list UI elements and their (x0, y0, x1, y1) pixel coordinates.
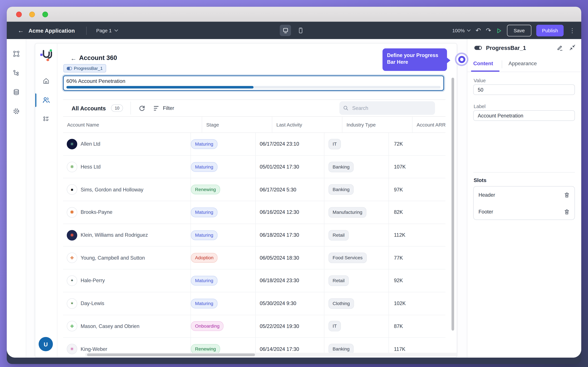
redo-icon[interactable]: ↷ (486, 27, 491, 34)
collapse-panel-icon[interactable] (569, 44, 576, 51)
account-arr: 77K (389, 247, 445, 269)
component-chip[interactable]: ProgressBar_1 (63, 64, 106, 73)
close-window-button[interactable] (16, 12, 22, 17)
last-activity: 06/16/2024 12:30 (255, 201, 324, 224)
page-back-icon[interactable]: ← (70, 55, 76, 62)
navbar-left-group: ← Acme Application Page 1 (7, 26, 118, 35)
table-row[interactable]: ✦Hale-Perry Maturing 06/18/2024 23:30 Re… (63, 269, 446, 292)
progressbar-icon (474, 46, 482, 50)
column-header-last-activity[interactable]: Last Activity (272, 117, 342, 133)
company-avatar: ✽ (67, 162, 77, 172)
progressbar-component[interactable]: 60% Account Penetration (63, 75, 444, 91)
search-input[interactable] (351, 105, 431, 111)
industry-badge: Food Services (329, 253, 367, 263)
home-icon[interactable] (42, 77, 50, 85)
filter-icon (154, 106, 160, 110)
account-arr: 102K (389, 292, 445, 315)
value-input[interactable] (473, 84, 575, 95)
page-selector-label: Page 1 (96, 28, 112, 33)
account-arr: 107K (389, 156, 445, 178)
tree-icon[interactable] (13, 69, 20, 76)
kebab-menu-icon[interactable]: ⋮ (569, 27, 576, 34)
undo-icon[interactable]: ↶ (476, 27, 481, 34)
column-header-account-name[interactable]: Account Name (63, 122, 202, 127)
minimize-window-button[interactable] (29, 12, 35, 17)
rename-icon[interactable] (556, 44, 563, 51)
delete-slot-icon[interactable] (564, 209, 570, 215)
last-activity: 06/18/2024 23:30 (255, 269, 324, 292)
users-icon[interactable] (42, 96, 50, 104)
table-row[interactable]: ◼Sims, Gordon and Holloway Renewing 06/1… (63, 178, 446, 201)
table-body: ✳Allen Ltd Maturing 06/17/2024 23:10 IT … (63, 133, 446, 356)
slot-item-footer[interactable]: Footer (474, 203, 574, 220)
company-avatar: ✤ (67, 321, 77, 332)
database-icon[interactable] (13, 89, 20, 96)
stage-badge: Maturing (191, 162, 217, 172)
maximize-window-button[interactable] (42, 12, 48, 17)
tab-appearance[interactable]: Appearance (508, 60, 537, 66)
company-avatar: ✤ (67, 253, 77, 263)
column-header-account-arr[interactable]: Account ARR (412, 117, 446, 133)
account-arr: 92K (389, 269, 445, 292)
publish-button[interactable]: Publish (536, 25, 564, 36)
accounts-table: All Accounts 10 Filter (63, 100, 446, 356)
canvas-area: U ← Account 360 ProgressBar_1 60% Accoun… (26, 39, 467, 358)
table-header-row: Account Name Stage Last Activity Industr… (63, 116, 446, 133)
mobile-preview-button[interactable] (295, 25, 306, 36)
table-row[interactable]: ✺Brooks-Payne Maturing 06/16/2024 12:30 … (63, 201, 446, 224)
search-box[interactable] (339, 101, 435, 115)
company-avatar: ✳ (67, 139, 77, 150)
industry-badge: Clothing (329, 298, 354, 309)
beacon-target[interactable] (455, 52, 468, 66)
save-button[interactable]: Save (507, 25, 531, 36)
desktop-preview-button[interactable] (280, 25, 291, 36)
column-header-stage[interactable]: Stage (202, 117, 272, 133)
tab-content[interactable]: Content (473, 60, 493, 66)
table-row[interactable]: ✳Allen Ltd Maturing 06/17/2024 23:10 IT … (63, 133, 446, 156)
app-window: ← Acme Application Page 1 100% (7, 7, 581, 364)
user-avatar[interactable]: U (39, 337, 53, 351)
industry-badge: Retail (329, 230, 349, 241)
zoom-control[interactable]: 100% (452, 28, 471, 33)
page-selector[interactable]: Page 1 (96, 28, 118, 33)
label-input[interactable] (473, 110, 575, 121)
account-name: Allen Ltd (81, 141, 100, 147)
app-logo (39, 49, 53, 61)
checklist-icon[interactable] (42, 116, 50, 123)
account-arr: 82K (389, 201, 445, 224)
panel-title: ProgressBar_1 (486, 45, 526, 51)
back-icon[interactable]: ← (18, 27, 24, 34)
filter-button[interactable]: Filter (154, 105, 174, 111)
vertical-scrollbar-thumb[interactable] (451, 78, 454, 331)
delete-slot-icon[interactable] (564, 192, 570, 198)
last-activity: 05/22/2024 19:30 (255, 315, 324, 337)
account-arr: 112K (389, 224, 445, 246)
frame-icon[interactable] (13, 50, 20, 57)
slot-item-header[interactable]: Header (474, 186, 574, 203)
industry-badge: Banking (329, 162, 354, 172)
horizontal-scrollbar-thumb[interactable] (87, 353, 255, 356)
beacon-dot-icon (458, 56, 465, 63)
account-arr: 97K (389, 178, 445, 201)
page-title: Account 360 (79, 54, 117, 62)
play-icon[interactable] (496, 27, 502, 33)
column-header-industry-type[interactable]: Industry Type (342, 117, 412, 133)
horizontal-scrollbar[interactable] (85, 353, 457, 357)
active-tab-indicator (471, 70, 499, 72)
company-avatar: ✺ (67, 207, 77, 217)
table-title: All Accounts (72, 105, 106, 111)
editor-content: U ← Account 360 ProgressBar_1 60% Accoun… (7, 39, 581, 358)
company-avatar: ◼ (67, 184, 77, 195)
table-row[interactable]: ✶Day-Lewis Maturing 05/30/2024 9:30 Clot… (63, 292, 446, 315)
stage-badge: Maturing (191, 299, 217, 308)
table-row[interactable]: ✺Klein, Williams and Rodriguez Maturing … (63, 224, 446, 247)
properties-panel: ProgressBar_1 Content Appearance Value (467, 39, 581, 358)
table-row[interactable]: ✤Mason, Casey and Obrien Onboarding 05/2… (63, 315, 446, 338)
progressbar-chip-icon (67, 67, 72, 70)
table-row[interactable]: ✤Young, Campbell and Sutton Adoption 06/… (63, 247, 446, 269)
settings-icon[interactable] (13, 108, 20, 115)
refresh-icon[interactable] (139, 104, 146, 111)
tab-divider (502, 60, 502, 68)
table-row[interactable]: ✽Hess Ltd Maturing 05/01/2024 17:30 Bank… (63, 156, 446, 178)
component-chip-label: ProgressBar_1 (74, 66, 103, 70)
